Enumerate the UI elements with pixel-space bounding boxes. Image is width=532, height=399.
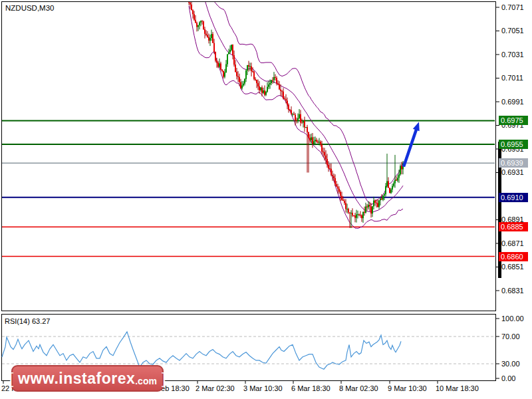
time-axis-label: 3 Mar 10:30 [243, 384, 283, 392]
rsi-indicator-label: RSI(14) 63.27 [5, 317, 50, 325]
rsi-tick-label: 30.00 [501, 360, 520, 368]
logo-bracket-open: [ [9, 369, 13, 388]
price-level-badge-support: 0.6885 [499, 222, 528, 231]
logo-bracket-close: ] [162, 369, 166, 388]
price-tick-label: 0.7071 [501, 3, 524, 11]
time-axis-label: 2 Mar 02:30 [196, 384, 235, 392]
price-tick-label: 0.7011 [501, 74, 523, 82]
chart-canvas [0, 0, 532, 399]
rsi-tick-label: 70.00 [501, 332, 520, 340]
price-tick-label: 0.6991 [501, 98, 524, 106]
time-axis-label: 8 Mar 02:30 [339, 384, 378, 392]
price-level-badge-support: 0.6860 [499, 252, 528, 261]
price-tick-label: 0.6851 [501, 263, 524, 271]
price-level-badge-resistance: 0.6975 [499, 116, 528, 125]
rsi-tick-label: 100.00 [501, 315, 524, 323]
price-tick-label: 0.7051 [501, 27, 524, 35]
price-level-badge-current-price: 0.6939 [499, 158, 528, 168]
logo-domain: www.instaforex [18, 370, 135, 388]
time-axis-label: 10 Mar 18:30 [436, 384, 479, 392]
rsi-tick-label: 0.00 [501, 374, 515, 382]
logo-tld: .com [135, 376, 157, 386]
price-tick-label: 0.6931 [501, 168, 524, 176]
price-tick-label: 0.6871 [501, 239, 524, 247]
time-axis-label: 9 Mar 10:30 [388, 384, 427, 392]
instaforex-logo: [ www.instaforex .com ] [11, 365, 164, 392]
chart-window: NZDUSD,M30 RSI(14) 63.27 0.70710.70510.7… [0, 0, 532, 399]
price-level-badge-resistance: 0.6955 [499, 140, 528, 149]
price-tick-label: 0.6831 [501, 287, 524, 295]
chart-symbol-label: NZDUSD,M30 [5, 4, 54, 12]
price-level-badge-support: 0.6910 [499, 193, 528, 202]
time-axis-label: 6 Mar 18:30 [291, 384, 331, 392]
price-tick-label: 0.7031 [501, 51, 524, 59]
